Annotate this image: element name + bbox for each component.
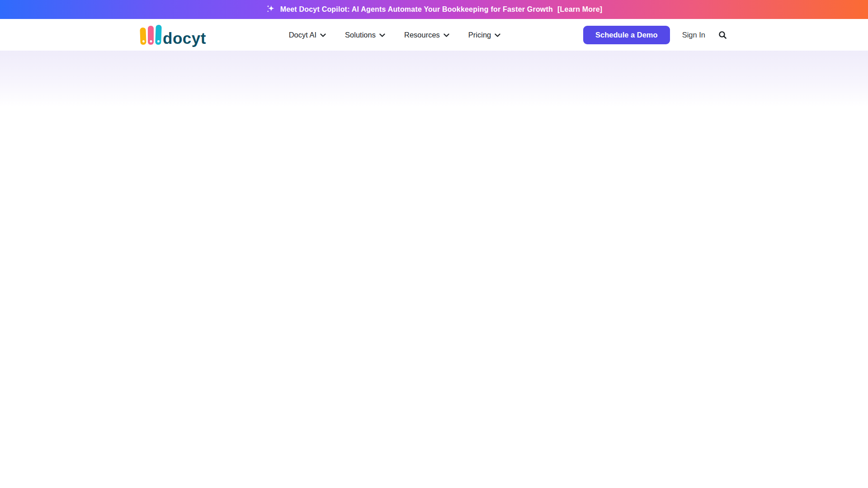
sparkle-icon: [266, 4, 276, 14]
main-nav: Docyt AI Solutions Resources Pricing: [206, 31, 583, 39]
schedule-demo-button[interactable]: Schedule a Demo: [583, 26, 670, 44]
search-icon[interactable]: [717, 30, 728, 40]
sign-in-link[interactable]: Sign In: [682, 31, 705, 39]
chevron-down-icon: [379, 33, 385, 38]
nav-label: Docyt AI: [289, 31, 316, 39]
docyt-logo-text: docyt: [163, 32, 206, 45]
chevron-down-icon: [443, 33, 449, 38]
hero-background: [0, 51, 868, 107]
nav-label: Solutions: [345, 31, 376, 39]
announcement-banner[interactable]: Meet Docyt Copilot: AI Agents Automate Y…: [0, 0, 868, 19]
nav-item-resources[interactable]: Resources: [404, 31, 449, 39]
page-body-empty: [0, 107, 868, 488]
chevron-down-icon: [320, 33, 326, 38]
logo-bar-pink: [148, 26, 154, 45]
nav-item-solutions[interactable]: Solutions: [345, 31, 385, 39]
nav-label: Pricing: [468, 31, 491, 39]
nav-item-docyt-ai[interactable]: Docyt AI: [289, 31, 326, 39]
banner-text: Meet Docyt Copilot: AI Agents Automate Y…: [280, 5, 553, 14]
header-actions: Schedule a Demo Sign In: [583, 26, 728, 44]
nav-label: Resources: [404, 31, 440, 39]
site-header: docyt Docyt AI Solutions Resources: [0, 19, 868, 51]
logo-bar-teal: [155, 24, 162, 44]
logo-bar-yellow: [140, 27, 146, 44]
banner-learn-more-link[interactable]: [Learn More]: [557, 5, 602, 14]
docyt-logo[interactable]: docyt: [140, 25, 206, 45]
docyt-logo-icon: [140, 25, 161, 45]
nav-item-pricing[interactable]: Pricing: [468, 31, 500, 39]
chevron-down-icon: [495, 33, 500, 38]
